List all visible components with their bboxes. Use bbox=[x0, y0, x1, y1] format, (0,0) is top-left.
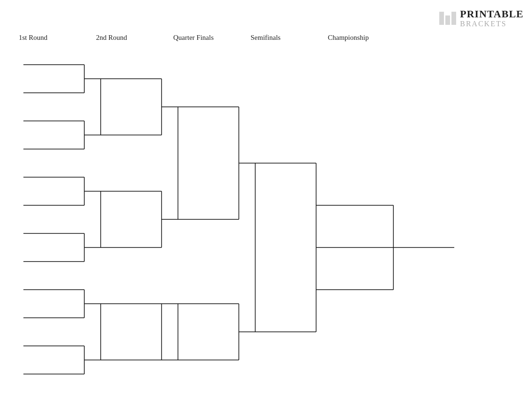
header-r5: Championship bbox=[328, 34, 405, 42]
bracket-svg bbox=[9, 51, 515, 388]
logo-printable: PRINTABLE bbox=[460, 8, 524, 20]
logo-brackets: BRACKETS bbox=[460, 20, 524, 28]
bracket-headers: 1st Round 2nd Round Quarter Finals Semif… bbox=[19, 34, 421, 42]
header-r4: Semifinals bbox=[251, 34, 328, 42]
header-r2: 2nd Round bbox=[96, 34, 173, 42]
logo: PRINTABLE BRACKETS bbox=[439, 8, 524, 28]
logo-text: PRINTABLE BRACKETS bbox=[460, 8, 524, 28]
logo-icon bbox=[439, 12, 456, 25]
header-r3: Quarter Finals bbox=[173, 34, 251, 42]
header-r1: 1st Round bbox=[19, 34, 96, 42]
